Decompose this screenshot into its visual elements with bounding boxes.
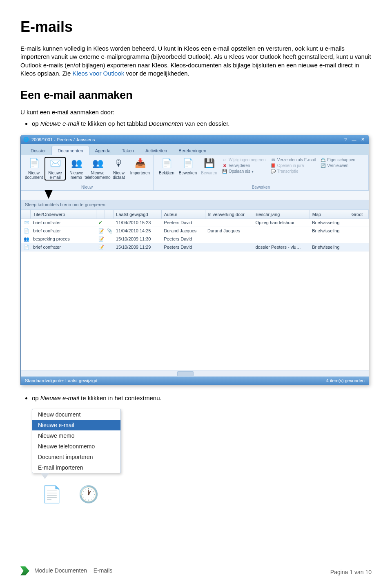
column-header[interactable]: Groot [349, 210, 368, 218]
ribbon-btn-nieuwe-memo[interactable]: 👥Nieuwememo [66, 157, 87, 180]
page-title: E-mails [20, 18, 372, 36]
ribbon-group-label-bewerken: Bewerken [156, 184, 366, 189]
table-row[interactable]: 📄brief confrater📝15/10/2009 11:29Peeters… [21, 243, 369, 251]
tab-agenda[interactable]: Agenda [89, 146, 116, 155]
group-hint[interactable]: Sleep kolomtitels hierin om te groeperen [21, 200, 369, 210]
ribbon-btn-label: Importeren [130, 171, 150, 175]
ribbon-smallbtn-eigenschappen[interactable]: 📇Eigenschappen [321, 158, 355, 162]
page-footer: Module Documenten – E-mails Pagina 1 van… [20, 566, 372, 575]
ribbon-btn-nieuwe-e-mail[interactable]: ✉️Nieuwee-mail [45, 157, 66, 180]
ribbon-icon: 💾 [203, 158, 215, 170]
column-header[interactable] [105, 210, 113, 218]
minimize-icon[interactable]: — [350, 137, 358, 143]
cell-title: bespreking proces [31, 235, 96, 243]
ribbon-btn-label: Nieuwdocument [25, 171, 43, 180]
bullet1-em: Nieuwe e-mail [40, 120, 79, 127]
ribbon-small-icon: ✉ [271, 158, 276, 162]
ribbon-btn-bewaren: 💾Bewaren [198, 157, 220, 176]
bullet1-b: te klikken op het tabblad [79, 120, 149, 127]
app-icon: 🌐 [23, 137, 29, 142]
row-type-icon: 👥 [21, 235, 31, 243]
column-header[interactable]: Beschrijving [253, 210, 310, 218]
cell-description [253, 227, 310, 235]
tab-taken[interactable]: Taken [116, 146, 140, 155]
help-icon[interactable]: ? [342, 137, 349, 143]
titlebar: 🌐 2009/1001 - Peeters / Janssens ? — ✕ [21, 135, 369, 144]
ribbon-smallbtn-vernieuwen[interactable]: 🔄Vernieuwen [321, 163, 355, 168]
context-menu-item[interactable]: Nieuwe telefoonmemo [32, 441, 120, 452]
ribbon-btn-nieuw-document[interactable]: 📄Nieuwdocument [23, 157, 45, 180]
tab-berekeningen[interactable]: Berekeningen [173, 146, 212, 155]
ribbon-btn-nieuw-dictaat[interactable]: 🎙Nieuwdictaat [108, 157, 129, 180]
context-menu-item[interactable]: Nieuwe memo [32, 430, 120, 441]
footer-right: Pagina 1 van 10 [330, 569, 372, 575]
table-row[interactable]: 📨brief confrater✔11/04/2010 15:23Peeters… [21, 218, 369, 227]
ribbon-btn-label: Nieuwee-mail [48, 171, 62, 180]
cell-description: dossier Peeters - vlu… [253, 243, 310, 251]
context-menu-figure: Nieuw documentNieuwe e-mailNieuwe memoNi… [32, 409, 121, 504]
cell-status1-icon: ✔ [96, 218, 105, 227]
column-header[interactable] [96, 210, 105, 218]
ribbon-btn-label: Bewaren [201, 171, 217, 175]
intro-text-2: voor de mogelijkheden. [126, 70, 189, 77]
kleos-logo-icon [20, 566, 29, 575]
column-header[interactable]: Laatst gewijzigd [114, 210, 161, 218]
bullet2-a: op [32, 394, 40, 401]
section-heading: Een e-mail aanmaken [20, 89, 372, 102]
ribbon-smallbtn-verzenden-als-e-mail[interactable]: ✉Verzenden als E-mail [271, 158, 316, 162]
bullet1-em2: Documenten [149, 120, 183, 127]
horizontal-scrollbar[interactable] [21, 370, 369, 377]
cell-processing [205, 243, 253, 251]
cell-description: Opzeg handelshuur [253, 218, 310, 227]
ribbon-smallbtn-verwijderen[interactable]: ✖Verwijderen [222, 163, 266, 168]
cell-map: Briefwisseling [310, 243, 349, 251]
intro-paragraph: E-mails kunnen volledig in Kleos worden … [20, 45, 372, 78]
column-header[interactable]: Map [310, 210, 349, 218]
cell-size [349, 235, 368, 243]
table-row[interactable]: 👥bespreking proces📝15/10/2009 11:30Peete… [21, 235, 369, 243]
document-grid: Sleep kolomtitels hierin om te groeperen… [21, 200, 369, 377]
context-menu-item[interactable]: Document importeren [32, 452, 120, 462]
tab-documenten[interactable]: Documenten [51, 146, 89, 155]
cell-title: brief confrater [31, 218, 96, 227]
bullet-item-1: op Nieuwe e-mail te klikken op het tabbl… [32, 120, 372, 128]
ribbon-small-label: Openen in jura [277, 163, 304, 168]
ribbon-btn-bewerken[interactable]: 📄Bewerken [177, 157, 198, 176]
ribbon-small-icon: 📇 [321, 158, 325, 162]
context-menu-tail-icon [41, 473, 49, 479]
ribbon-small-icon: 🔄 [321, 163, 325, 168]
column-header[interactable]: Titel/Onderwerp [31, 210, 96, 218]
ribbon-btn-nieuwe-telefoonmemo[interactable]: 👥Nieuwetelefoonmemo [87, 157, 108, 180]
ribbon-btn-bekijken[interactable]: 📄Bekijken [156, 157, 177, 176]
ribbon-btn-label: Bekijken [159, 171, 174, 175]
ribbon-small-label: Eigenschappen [327, 158, 355, 162]
close-icon[interactable]: ✕ [359, 137, 366, 143]
ribbon-btn-label: Bewerken [179, 171, 197, 175]
ribbon-btn-label: Nieuwdictaat [113, 171, 125, 180]
cell-author: Peeters David [161, 243, 205, 251]
context-menu-item[interactable]: E-mail importeren [32, 462, 120, 473]
column-header[interactable]: In verwerking door [205, 210, 253, 218]
table-row[interactable]: 📄brief confrater📝📎11/04/2010 14:25Durand… [21, 227, 369, 235]
window-title: 2009/1001 - Peeters / Janssens [31, 137, 95, 142]
clock-icon: 🕐 [78, 485, 99, 504]
ribbon-group-label-nieuw: Nieuw [23, 184, 151, 189]
tab-activiteiten[interactable]: Activiteiten [140, 146, 173, 155]
cell-author: Durand Jacques [161, 227, 205, 235]
column-header[interactable]: Auteur [161, 210, 205, 218]
tab-dossier[interactable]: Dossier [25, 146, 51, 155]
ribbon-small-icon: 💬 [271, 169, 276, 174]
cell-date: 15/10/2009 11:29 [114, 243, 161, 251]
row-type-icon: 📄 [21, 243, 31, 251]
ribbon-btn-importeren[interactable]: 📥Importeren [129, 157, 151, 176]
context-menu-item[interactable]: Nieuw document [32, 409, 120, 420]
annotation-arrow-icon [45, 190, 53, 199]
kleos-outlook-link[interactable]: Kleos voor Outlook [73, 70, 125, 77]
column-header[interactable] [21, 210, 31, 218]
ribbon-icon: 📥 [134, 158, 146, 170]
ribbon-smallbtn-wijzigingen-negeren: ↩Wijzigingen negeren [222, 158, 266, 162]
cell-title: brief confrater [31, 243, 96, 251]
cell-map: Briefwisseling [310, 227, 349, 235]
ribbon-smallbtn-opslaan-als-▾[interactable]: 💾Opslaan als ▾ [222, 169, 266, 174]
context-menu-item[interactable]: Nieuwe e-mail [32, 420, 120, 430]
